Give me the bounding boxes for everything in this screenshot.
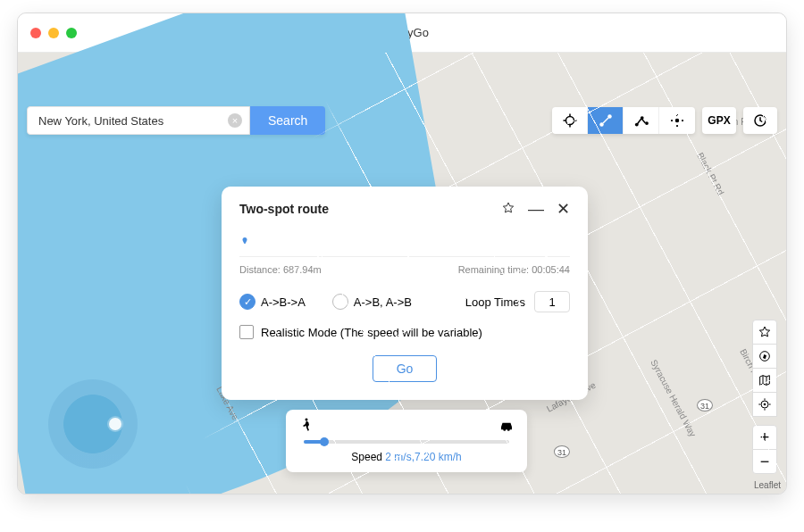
svg-point-9 (682, 120, 683, 121)
walk-icon (298, 417, 314, 436)
distance-label: Distance: 687.94m (239, 264, 322, 275)
close-dialog-button[interactable]: ✕ (557, 199, 570, 219)
clear-search-icon[interactable]: × (228, 113, 242, 128)
search-input[interactable] (38, 114, 228, 128)
jump-icon (669, 112, 685, 129)
loop-times-label: Loop Times (465, 295, 525, 309)
map-type-tool[interactable] (752, 368, 777, 393)
speed-panel: Speed 2 m/s,7.20 km/h (286, 410, 527, 472)
zoom-out-button[interactable]: − (752, 449, 777, 474)
two-spot-mode-button[interactable] (588, 107, 624, 134)
locate-tool[interactable] (752, 392, 777, 417)
fullscreen-window-button[interactable] (66, 28, 77, 38)
loop-times-input[interactable] (534, 291, 570, 312)
svg-point-13 (306, 419, 308, 421)
route-badge: 31 (554, 445, 570, 458)
map-attribution: Leaflet (754, 480, 781, 490)
svg-point-10 (676, 114, 678, 116)
svg-point-7 (675, 119, 680, 123)
two-spot-route-panel: Two-spot route — ✕ Distance: 687.94m Rem… (222, 187, 588, 400)
speed-value: 2 m/s,7.20 km/h (385, 451, 461, 463)
remaining-time-label: Remaining time: 00:05:44 (458, 264, 570, 275)
star-icon (501, 201, 515, 215)
route-badge: 31 (697, 399, 713, 411)
svg-point-16 (764, 403, 766, 406)
minimize-window-button[interactable] (48, 28, 59, 38)
multi-spot-mode-button[interactable] (624, 107, 659, 134)
favorite-button[interactable] (501, 201, 515, 218)
speed-slider[interactable] (304, 440, 509, 444)
radio-checked-icon (239, 294, 255, 310)
gpx-button[interactable]: GPX (702, 107, 736, 134)
top-toolbar: × Search GPX (27, 103, 777, 138)
radio-label: A->B->A (261, 295, 306, 309)
slider-thumb[interactable] (320, 437, 329, 446)
route-mode-abab-radio[interactable]: A->B, A->B (332, 294, 412, 310)
map-canvas[interactable]: Wilson Point Black Pt Rd Lake Ave Larkin… (18, 53, 786, 494)
history-button[interactable] (743, 107, 777, 134)
radio-label: A->B, A->B (354, 295, 412, 309)
clock-icon (752, 112, 768, 129)
route-mode-aba-radio[interactable]: A->B->A (239, 294, 306, 310)
search-input-wrap: × (27, 106, 250, 135)
map-side-tools (752, 320, 777, 417)
route-start-marker (239, 235, 570, 251)
speed-label: Speed (351, 451, 382, 463)
realistic-mode-label: Realistic Mode (The speed will be variab… (261, 326, 482, 339)
compass-icon (758, 349, 772, 363)
map-icon (758, 373, 772, 387)
car-icon (498, 417, 515, 436)
teleport-mode-button[interactable] (552, 107, 588, 134)
two-spot-icon (598, 112, 614, 129)
crosshair-icon (562, 112, 578, 129)
minimize-dialog-button[interactable]: — (528, 205, 544, 212)
pin-icon (239, 237, 250, 247)
svg-point-6 (645, 121, 649, 125)
svg-point-1 (565, 117, 574, 125)
app-window: AnyGo Wilson Point Black Pt Rd Lake Ave … (17, 12, 787, 495)
joystick-handle[interactable] (109, 418, 121, 430)
zoom-controls: + − (752, 426, 777, 474)
favorites-tool[interactable] (752, 320, 777, 345)
zoom-in-button[interactable]: + (752, 425, 777, 450)
svg-point-11 (676, 125, 678, 127)
jump-teleport-mode-button[interactable] (659, 107, 695, 134)
svg-point-8 (671, 120, 673, 121)
virtual-joystick[interactable] (48, 379, 138, 469)
search-button[interactable]: Search (250, 106, 325, 135)
close-window-button[interactable] (30, 28, 41, 38)
multi-spot-icon (633, 112, 649, 129)
map-label: Black Pt Rd (695, 151, 725, 196)
compass-tool[interactable] (752, 344, 777, 369)
map-label: Syracuse Herald Way (649, 358, 698, 438)
star-icon (758, 325, 772, 339)
window-controls (30, 28, 77, 38)
realistic-mode-checkbox[interactable] (239, 325, 254, 339)
go-button[interactable]: Go (373, 355, 438, 382)
radio-unchecked-icon (332, 294, 348, 310)
locate-icon (758, 397, 772, 411)
mode-button-group (552, 107, 695, 134)
dialog-title: Two-spot route (239, 202, 329, 216)
